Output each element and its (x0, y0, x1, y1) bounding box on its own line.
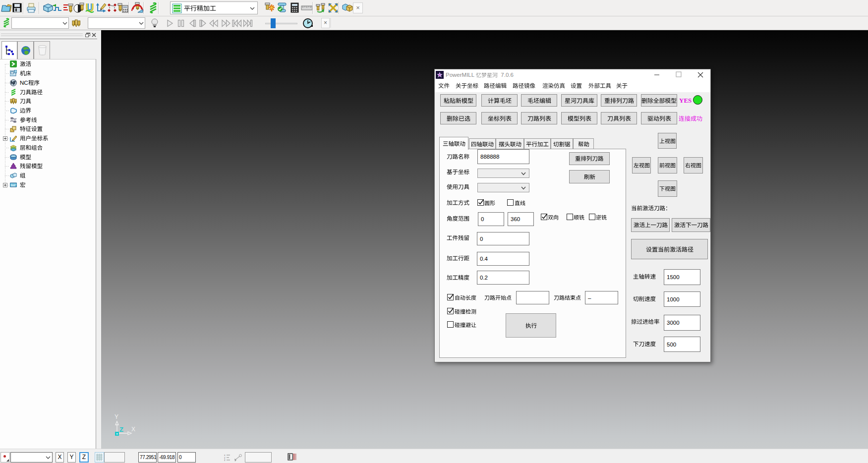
svg-text:z: z (224, 459, 226, 461)
svg-text:Z: Z (119, 426, 123, 433)
svg-text:Y: Y (115, 413, 118, 420)
svg-text:X: X (131, 426, 135, 433)
